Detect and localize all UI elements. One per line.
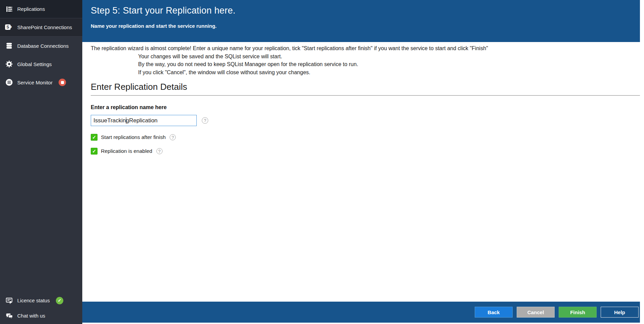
intro-line-3: By the way, you do not need to keep SQLi…	[91, 60, 640, 68]
replications-icon	[5, 5, 13, 13]
check-icon: ✓	[92, 135, 96, 140]
back-button[interactable]: Back	[475, 307, 513, 318]
sidebar-footer: Licence status ✓ Chat with us	[0, 293, 82, 323]
replication-name-input-wrap	[91, 115, 197, 126]
sqlist-manager-window: Replications S › SharePoint Connections …	[0, 0, 644, 324]
service-monitor-icon	[5, 78, 13, 86]
cancel-button[interactable]: Cancel	[517, 307, 555, 318]
check-icon: ✓	[58, 298, 61, 303]
page-title: Step 5: Start your Replication here.	[91, 5, 640, 16]
licence-icon	[5, 297, 13, 305]
intro-line-2: Your changes will be saved and the SQLis…	[91, 53, 640, 61]
replication-name-row: ?	[91, 115, 640, 126]
sidebar: Replications S › SharePoint Connections …	[0, 0, 82, 324]
text-caret	[126, 117, 126, 124]
start-after-finish-checkbox[interactable]: ✓	[91, 134, 98, 141]
stop-icon	[61, 81, 64, 84]
sidebar-item-label: Licence status	[17, 298, 50, 303]
finish-button[interactable]: Finish	[559, 307, 597, 318]
replication-name-input[interactable]	[91, 115, 197, 126]
sidebar-item-licence-status[interactable]: Licence status ✓	[0, 293, 82, 308]
intro-line-1: The replication wizard is almost complet…	[91, 44, 640, 53]
chat-icon	[5, 312, 13, 320]
page-subtitle: Name your replication and start the serv…	[91, 23, 640, 29]
sidebar-item-global-settings[interactable]: Global Settings	[0, 55, 82, 73]
section-divider	[91, 95, 640, 96]
sidebar-item-service-monitor[interactable]: Service Monitor	[0, 73, 82, 92]
sidebar-item-sharepoint-connections[interactable]: S › SharePoint Connections	[0, 18, 82, 37]
licence-ok-badge: ✓	[56, 297, 63, 304]
help-icon[interactable]: ?	[202, 117, 208, 124]
database-icon	[5, 42, 13, 50]
sidebar-item-label: Chat with us	[17, 313, 45, 319]
sidebar-item-label: SharePoint Connections	[17, 24, 72, 30]
wizard-header: Step 5: Start your Replication here. Nam…	[82, 0, 640, 42]
gear-icon	[5, 60, 13, 68]
sidebar-item-label: Replications	[17, 6, 45, 12]
sidebar-item-database-connections[interactable]: Database Connections	[0, 37, 82, 55]
start-after-finish-row: ✓ Start replications after finish ?	[91, 134, 640, 141]
start-after-finish-label: Start replications after finish	[101, 134, 166, 140]
check-icon: ✓	[92, 148, 96, 154]
sidebar-item-replications[interactable]: Replications	[0, 0, 82, 18]
sidebar-item-chat-with-us[interactable]: Chat with us	[0, 308, 82, 323]
replication-enabled-row: ✓ Replication is enabled ?	[91, 148, 640, 155]
wizard-content: The replication wizard is almost complet…	[82, 42, 640, 302]
help-icon[interactable]: ?	[156, 148, 163, 154]
sharepoint-icon: S ›	[5, 23, 13, 32]
help-button[interactable]: Help	[601, 307, 639, 318]
replication-enabled-label: Replication is enabled	[101, 148, 152, 154]
section-title: Enter Replication Details	[91, 82, 640, 92]
sidebar-item-label: Global Settings	[17, 61, 52, 67]
replication-enabled-checkbox[interactable]: ✓	[91, 148, 98, 155]
wizard-footer-bar: Back Cancel Finish Help	[82, 302, 640, 323]
service-stopped-badge	[59, 79, 66, 86]
replication-name-label: Enter a replication name here	[91, 104, 640, 110]
help-icon[interactable]: ?	[170, 134, 176, 140]
intro-line-4: If you click "Cancel", the window will c…	[91, 68, 640, 77]
sidebar-item-label: Service Monitor	[17, 80, 52, 85]
sidebar-item-label: Database Connections	[17, 43, 69, 49]
